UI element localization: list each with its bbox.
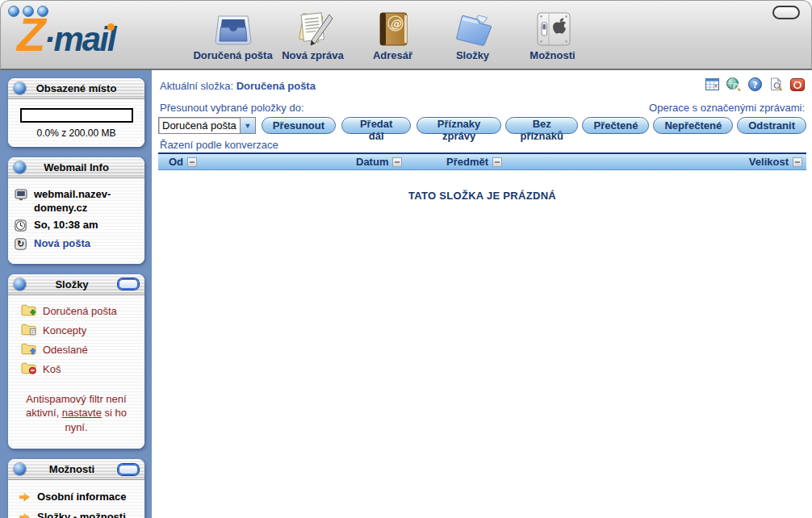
drafts-folder-icon — [21, 323, 36, 338]
orange-arrow-icon — [19, 492, 30, 501]
sphere-icon — [14, 161, 26, 173]
main-content: Aktuální složka: Doručená pošta — [152, 70, 812, 518]
webmail-info-panel: Webmail Info webmail.nazev-domeny.cz — [8, 157, 144, 264]
orange-arrow-icon — [19, 512, 30, 518]
conversation-sort-link[interactable]: Řazení podle konverzace — [160, 139, 278, 151]
sidebar-folder-sent[interactable]: Odeslané — [21, 340, 136, 360]
logo-dot: · — [44, 20, 53, 58]
trash-folder-icon — [21, 361, 36, 377]
sidebar-folder-inbox[interactable]: Doručená pošta — [21, 302, 136, 321]
antispam-notice: Antispamový filtr není aktivní, nastavte… — [18, 392, 135, 435]
chevron-down-icon: ▾ — [240, 118, 255, 133]
sort-toggle-icon[interactable] — [793, 157, 802, 167]
new-mail-link[interactable]: Nová pošta — [34, 237, 90, 251]
target-folder-select-value: Doručená pošta — [159, 118, 240, 133]
quota-panel: Obsazené místo 0.0% z 200.00 MB — [8, 78, 144, 147]
column-label: Datum — [356, 156, 388, 168]
toolbar-item-label: Složky — [456, 49, 489, 61]
column-header-from[interactable]: Od — [162, 156, 356, 168]
sidebar-folder-drafts[interactable]: Koncepty — [21, 321, 136, 340]
logo-z: Z — [17, 8, 44, 61]
svg-text:?: ? — [752, 80, 757, 90]
column-label: Od — [169, 156, 183, 168]
target-folder-select[interactable]: Doručená pošta ▾ — [158, 117, 256, 134]
delete-button[interactable]: Odstranit — [737, 117, 806, 134]
datetime-text: So, 10:38 am — [34, 219, 98, 232]
folder-label: Koncepty — [43, 324, 86, 336]
calendar-icon[interactable] — [705, 78, 719, 94]
toolbar-item-compose[interactable]: Nová zpráva — [273, 5, 353, 61]
folders-panel-header: Složky — [8, 274, 144, 295]
inbox-icon — [213, 5, 253, 47]
refresh-icon: ↻ — [15, 237, 28, 253]
toolbar-item-options[interactable]: Možnosti — [513, 5, 592, 61]
sort-toggle-icon[interactable] — [492, 157, 502, 167]
option-label: Složky - možnosti — [37, 511, 126, 518]
zmail-logo: Z·mail — [17, 7, 115, 61]
webmail-window: Z·mail Doručená poš — [0, 0, 812, 518]
folders-collapse-pill[interactable] — [118, 278, 139, 290]
mark-read-button[interactable]: Přečtené — [582, 117, 649, 134]
toolbar-item-folders[interactable]: Složky — [433, 5, 513, 61]
no-flags-button[interactable]: Bez příznaků — [505, 117, 579, 134]
logo-mail: mail — [53, 20, 115, 58]
forward-button[interactable]: Předat dál — [341, 117, 411, 134]
column-header-size[interactable]: Velikost — [749, 156, 802, 168]
app-header: Z·mail Doručená poš — [0, 0, 812, 70]
sidebar-option-personal-info[interactable]: Osobní informace — [19, 487, 138, 507]
quota-usage-label: 0.0% z 200.00 MB — [13, 127, 140, 139]
sidebar-folder-trash[interactable]: Koš — [21, 360, 136, 379]
option-label: Osobní informace — [37, 491, 127, 503]
message-controls: Doručená pošta ▾ Přesunout Předat dál Př… — [158, 117, 806, 134]
sort-toggle-icon[interactable] — [392, 157, 402, 167]
current-folder-name: Doručená pošta — [236, 80, 316, 92]
options-panel: Možnosti Osobní informace Složky - možno… — [8, 459, 144, 518]
toolbar-item-addressbook[interactable]: @ Adresář — [353, 5, 433, 61]
host-row: webmail.nazev-domeny.cz — [15, 188, 138, 215]
sidebar: Obsazené místo 0.0% z 200.00 MB Webmail … — [0, 70, 152, 518]
datetime-row: So, 10:38 am — [15, 219, 138, 234]
operations-buttons: Příznaky zprávy Bez příznaků Přečtené Ne… — [416, 117, 806, 134]
flags-button[interactable]: Příznaky zprávy — [416, 117, 501, 134]
webmail-info-header: Webmail Info — [8, 157, 144, 178]
sort-toggle-icon[interactable] — [187, 157, 197, 167]
print-preview-icon[interactable] — [769, 77, 783, 94]
mark-unread-button[interactable]: Nepřečtené — [653, 117, 733, 134]
folder-label: Koš — [43, 363, 61, 375]
sphere-icon — [14, 82, 26, 94]
folder-label: Odeslané — [43, 344, 88, 356]
column-label: Předmět — [446, 156, 488, 168]
folders-panel: Složky Doručená pošta — [8, 274, 144, 449]
help-icon[interactable]: ? — [748, 77, 762, 94]
search-globe-icon[interactable] — [726, 77, 741, 94]
column-header-date[interactable]: Datum — [356, 156, 446, 168]
move-items-label: Přesunout vybrané položky do: — [160, 102, 304, 114]
new-mail-row[interactable]: ↻ Nová pošta — [15, 237, 138, 253]
main-header-icons: ? — [705, 77, 805, 94]
address-book-icon: @ — [375, 5, 412, 47]
logout-icon[interactable] — [790, 78, 805, 94]
column-label: Velikost — [749, 156, 789, 168]
folders-icon — [453, 5, 493, 47]
options-panel-title: Možnosti — [26, 463, 118, 475]
toolbar-item-label: Doručená pošta — [193, 49, 272, 61]
operations-label: Operace s označenými zprávami: — [649, 102, 805, 114]
svg-text:@: @ — [390, 17, 402, 30]
monitor-icon — [15, 188, 28, 203]
sphere-icon — [14, 278, 26, 290]
sphere-icon — [14, 463, 26, 475]
header-collapse-pill[interactable] — [772, 6, 800, 19]
folder-label: Doručená pošta — [43, 305, 117, 317]
antispam-setup-link[interactable]: nastavte — [62, 407, 102, 419]
webmail-info-title: Webmail Info — [26, 161, 127, 173]
current-folder-label: Aktuální složka: — [160, 80, 233, 92]
move-button[interactable]: Přesunout — [262, 117, 336, 134]
options-icon — [534, 5, 571, 47]
options-collapse-pill[interactable] — [118, 464, 139, 475]
main-toolbar: Doručená pošta — [193, 5, 592, 61]
sidebar-option-folder-options[interactable]: Složky - možnosti — [19, 507, 138, 518]
clock-icon — [15, 219, 28, 234]
column-header-subject[interactable]: Předmět — [446, 156, 749, 168]
toolbar-item-inbox[interactable]: Doručená pošta — [193, 5, 273, 61]
options-panel-header: Možnosti — [8, 459, 144, 480]
